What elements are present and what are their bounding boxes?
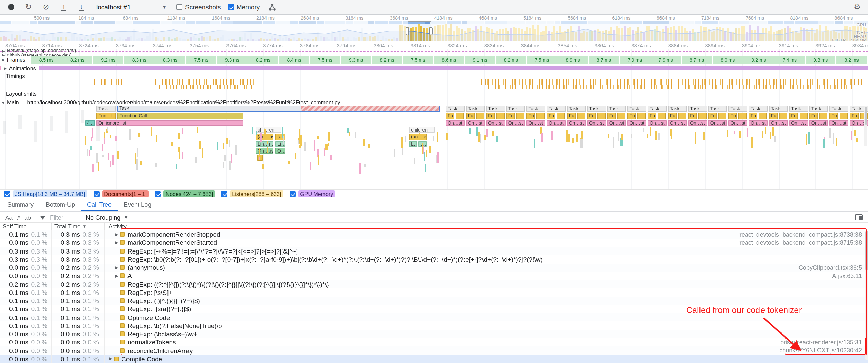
task-entry[interactable]: Task <box>749 106 768 112</box>
function-call-entry[interactable]: Fu…ll <box>769 113 778 119</box>
frame-duration-cell[interactable]: 8.9 ms <box>558 56 588 63</box>
frame-duration-cell[interactable]: 7.4 ms <box>774 56 805 63</box>
frame-duration-cell[interactable]: 7.9 ms <box>651 56 681 63</box>
task-entry[interactable]: Task <box>506 106 525 112</box>
grouping-dropdown[interactable]: No Grouping ▼ <box>86 214 129 221</box>
function-call-entry[interactable]: Fu…ll <box>587 113 596 119</box>
task-entry[interactable]: Task <box>607 106 626 112</box>
function-call-entry[interactable] <box>456 113 464 119</box>
ignore-list-entry[interactable]: On…st <box>526 120 545 126</box>
animations-track-header[interactable]: ▶ Animations <box>1 65 39 72</box>
function-call-entry[interactable] <box>738 113 747 119</box>
function-call-entry[interactable] <box>597 113 605 119</box>
table-row[interactable]: 0.1 ms0.1 %0.1 ms0.1 %RegExp: (:)[^:(){}… <box>0 297 868 305</box>
overview-selection-window[interactable] <box>408 21 431 41</box>
save-profile-button[interactable]: ↑ <box>58 2 69 13</box>
frame-duration-cell[interactable]: 8.2 ms <box>372 56 402 63</box>
ignore-list-entry[interactable]: On…st <box>749 120 768 126</box>
filter-funnel-icon[interactable] <box>40 215 45 219</box>
selection-handle-left[interactable] <box>406 27 409 35</box>
ignore-list-entry[interactable]: On…st <box>607 120 626 126</box>
animations-bar[interactable] <box>0 65 868 70</box>
flame-entry[interactable]: children <box>409 127 435 133</box>
table-row[interactable]: 0.3 ms0.3 %0.3 ms0.3 %RegExp: \b0(?:b(?:… <box>0 255 868 264</box>
task-entry[interactable]: Task <box>728 106 747 112</box>
table-row[interactable]: 0.0 ms0.0 %0.0 ms0.0 %normalizeTokenspri… <box>0 338 868 347</box>
task-entry[interactable]: Task <box>688 106 707 112</box>
function-call-entry[interactable] <box>637 113 646 119</box>
flame-entry[interactable]: children <box>256 127 281 133</box>
function-call-entry[interactable] <box>759 113 767 119</box>
table-row[interactable]: 0.0 ms0.0 %0.1 ms0.1 %▶Compile Code <box>0 355 868 363</box>
source-location-link[interactable]: chunk-RY6NLCXT.js:10230:42 <box>779 347 868 354</box>
filter-option-icon[interactable]: Aa <box>5 214 13 221</box>
tab-call-tree[interactable]: Call Tree <box>81 198 118 211</box>
function-call-entry[interactable]: Fu…ll <box>526 113 535 119</box>
expand-icon[interactable]: ▶ <box>114 240 119 245</box>
frame-duration-cell[interactable]: 7.5 ms <box>527 56 557 63</box>
flame-entry[interactable]: (an…us) <box>409 134 427 140</box>
timeline-overview[interactable]: 500 ms184 ms684 ms1184 ms1684 ms2184 ms2… <box>0 15 868 41</box>
filter-option-icon[interactable]: .* <box>17 214 20 221</box>
ignore-list-entry[interactable]: On…st <box>728 120 747 126</box>
table-row[interactable]: 0.1 ms0.1 %0.1 ms0.1 %RegExp: [\s\S]+ <box>0 288 868 297</box>
toggle-details-panel-icon[interactable] <box>855 214 863 220</box>
source-location-link[interactable]: CopyClipboard.tsx:36:5 <box>798 264 868 271</box>
header-activity[interactable]: Activity <box>105 223 868 230</box>
function-call-entry[interactable]: Fu…ll <box>728 113 737 119</box>
function-call-entry[interactable] <box>617 113 626 119</box>
counter-toggle[interactable]: GPU Memory <box>289 190 335 197</box>
function-call-entry[interactable] <box>779 113 787 119</box>
table-row[interactable]: 0.0 ms0.0 %0.2 ms0.2 %▶(anonymous)CopyCl… <box>0 263 868 272</box>
frames-track-header[interactable]: ▶ Frames <box>0 56 31 64</box>
frame-duration-cell[interactable]: 8.5 ms <box>31 56 61 63</box>
table-row[interactable]: 0.0 ms0.0 %0.0 ms0.0 %RegExp: (\bclass\s… <box>0 330 868 338</box>
function-call-entry[interactable]: Fu…ll <box>850 113 859 119</box>
frame-duration-cell[interactable]: 9.1 ms <box>465 56 495 63</box>
filter-input[interactable]: Filter <box>50 214 63 221</box>
function-call-entry[interactable]: Fu…ll <box>486 113 495 119</box>
header-total-time[interactable]: Total Time ▼ <box>52 223 105 230</box>
main-thread-flame-chart[interactable]: Task TaskFun…llFunction Call{…On ignore … <box>0 106 868 189</box>
expand-icon[interactable]: ▶ <box>114 273 119 279</box>
tab-summary[interactable]: Summary <box>1 198 40 211</box>
function-call-entry[interactable]: Fu…ll <box>829 113 838 119</box>
frame-duration-cell[interactable]: 7.5 ms <box>310 56 340 63</box>
table-row[interactable]: 0.1 ms0.1 %0.1 ms0.1 %RegExp: \b(?:False… <box>0 322 868 330</box>
ignore-list-entry[interactable]: On…st <box>648 120 667 126</box>
source-location-link[interactable]: react_devtools_backend_compact.js:8738:3… <box>739 231 868 238</box>
function-call-entry[interactable]: Fu…ll <box>466 113 475 119</box>
flame-entry[interactable]: On …ist <box>256 148 273 154</box>
frame-duration-cell[interactable]: 8.3 ms <box>124 56 154 63</box>
task-entry[interactable]: Task <box>809 106 828 112</box>
expand-icon[interactable]: ▶ <box>108 356 113 362</box>
gear-icon[interactable]: ⚙ <box>852 2 863 13</box>
function-call-entry[interactable]: Fu…ll <box>506 113 515 119</box>
function-call-entry[interactable]: Fu…ll <box>708 113 717 119</box>
function-call-entry[interactable] <box>799 113 807 119</box>
ignore-list-entry[interactable]: On…st <box>668 120 687 126</box>
task-entry[interactable]: Task <box>789 106 808 112</box>
task-entry[interactable]: Task <box>627 106 646 112</box>
flame-entry[interactable]: Fun…ll <box>96 113 116 119</box>
ignore-list-entry[interactable]: On…st <box>466 120 485 126</box>
layout-shifts-track-label[interactable]: Layout shifts <box>6 91 37 97</box>
tab-event-log[interactable]: Event Log <box>118 198 157 211</box>
function-call-entry[interactable] <box>718 113 727 119</box>
flame-entry[interactable]: Lin…nt <box>256 141 273 147</box>
function-call-entry[interactable]: Fu…ll <box>627 113 636 119</box>
function-call-entry[interactable] <box>516 113 525 119</box>
function-call-entry[interactable] <box>496 113 504 119</box>
frame-duration-cell[interactable]: 9.3 ms <box>806 56 836 63</box>
frame-duration-cell[interactable]: 8.6 ms <box>434 56 464 63</box>
table-row[interactable]: 0.1 ms0.1 %0.3 ms0.3 %▶markComponentRend… <box>0 230 868 239</box>
ignore-list-entry[interactable]: On…st <box>486 120 505 126</box>
source-location-link[interactable]: A.jsx:63:11 <box>832 273 868 279</box>
task-entry[interactable]: Task <box>769 106 788 112</box>
function-call-entry[interactable]: Fu…ll <box>547 113 555 119</box>
history-dropdown[interactable]: localhost #1 ▼ <box>94 3 170 12</box>
task-entry[interactable]: Task <box>567 106 586 112</box>
ignore-list-entry[interactable]: On…st <box>809 120 828 126</box>
screenshots-checkbox[interactable]: Screenshots <box>176 3 221 11</box>
ignore-list-entry[interactable]: On…st <box>547 120 566 126</box>
